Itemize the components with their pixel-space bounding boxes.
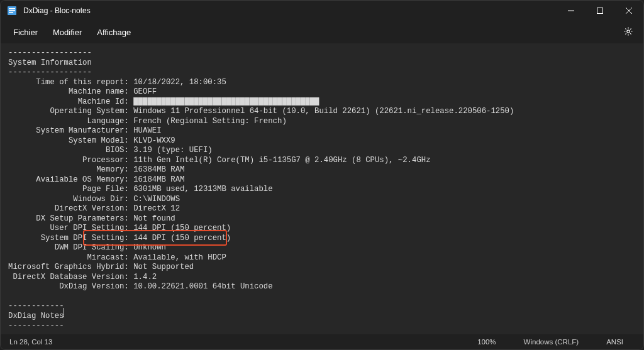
settings-button[interactable] xyxy=(618,22,638,42)
svg-rect-5 xyxy=(597,8,603,14)
menu-view[interactable]: Affichage xyxy=(89,24,138,41)
text-content: ------------------ System Information --… xyxy=(8,48,636,331)
maximize-button[interactable] xyxy=(586,1,614,21)
window-controls xyxy=(557,1,643,21)
notepad-icon xyxy=(7,6,17,16)
window-title: DxDiag - Bloc-notes xyxy=(23,6,91,15)
menu-bar: Fichier Modifier Affichage xyxy=(1,21,643,43)
gear-icon xyxy=(623,26,633,38)
menu-edit[interactable]: Modifier xyxy=(45,24,89,41)
svg-rect-2 xyxy=(9,10,15,11)
status-bar: Ln 28, Col 13 100% Windows (CRLF) ANSI xyxy=(1,334,643,349)
text-editor[interactable]: ------------------ System Information --… xyxy=(1,43,643,334)
menu-file[interactable]: Fichier xyxy=(6,24,45,41)
status-encoding[interactable]: ANSI xyxy=(595,338,635,346)
svg-rect-1 xyxy=(9,8,15,9)
svg-point-8 xyxy=(627,30,630,32)
title-bar: DxDiag - Bloc-notes xyxy=(1,1,643,21)
status-line-ending[interactable]: Windows (CRLF) xyxy=(513,338,591,346)
close-button[interactable] xyxy=(614,1,643,21)
status-zoom[interactable]: 100% xyxy=(466,338,507,346)
svg-rect-3 xyxy=(9,12,13,13)
minimize-button[interactable] xyxy=(557,1,586,21)
status-position: Ln 28, Col 13 xyxy=(9,338,52,346)
